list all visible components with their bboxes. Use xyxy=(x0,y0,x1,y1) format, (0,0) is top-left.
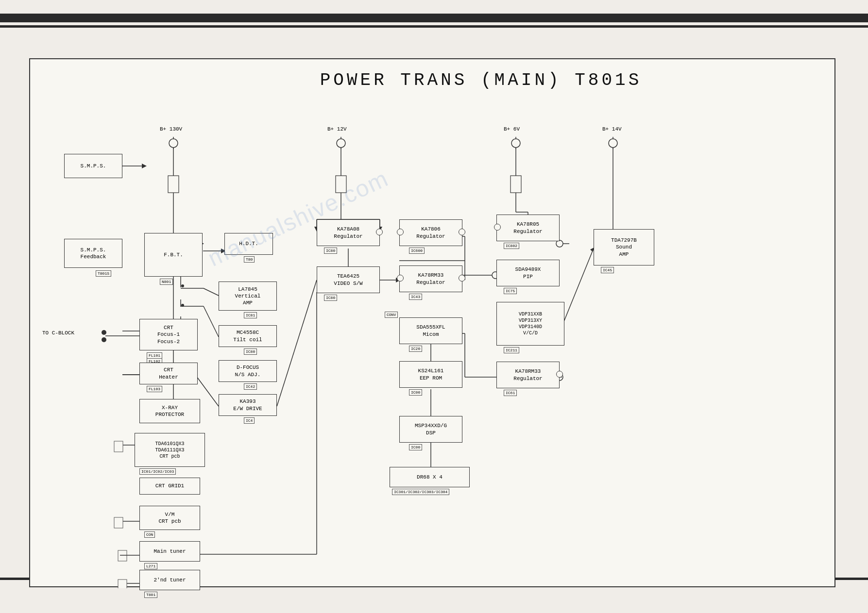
ks24l161-tag: IC00 xyxy=(409,389,422,396)
ka78r05-label: KA78R05 Regulator xyxy=(513,221,542,235)
top-bar-thick xyxy=(0,14,868,22)
power-label-6v: B+ 6V xyxy=(504,126,520,132)
ka78rm33-2-tag: IC61 xyxy=(504,390,517,396)
fbt-block: F.B.T. xyxy=(144,233,203,277)
sda555xfl-top-tag: CONV xyxy=(385,312,398,318)
ka78rm33-2-right-connector xyxy=(556,371,563,378)
hdt-tag: T80 xyxy=(244,256,255,263)
la7845-label: LA7845 Vertical AMP xyxy=(235,286,261,307)
tuner2-block: 2'nd tuner xyxy=(139,570,200,590)
ka78rm33-2-label: KA78RM33 Regulator xyxy=(513,368,542,382)
sda555xfl-block: SDA555XFL Micom xyxy=(399,317,462,344)
ka78a08-label: KA78A08 Regulator xyxy=(334,226,362,240)
svg-rect-7 xyxy=(168,176,179,193)
vm-crt-tag: CON xyxy=(144,531,155,538)
ka78a08-block: KA78A08 Regulator xyxy=(317,219,380,246)
ka393-label: KA393 E/W DRIVE xyxy=(233,398,262,412)
vm-crt-block: V/M CRT pcb xyxy=(139,506,200,530)
dram-block: DR68 X 4 xyxy=(390,467,470,487)
title-text: POWER TRANS (MAIN) T801S xyxy=(320,70,642,90)
svg-line-42 xyxy=(204,306,219,337)
tda-crt-label: TDA6101QX3 TDA6111QX3 CRT pcb xyxy=(155,441,184,460)
ka7806-label: KA7806 Regulator xyxy=(416,226,445,240)
main-tuner-label: Main tuner xyxy=(153,548,186,555)
svg-point-5 xyxy=(169,139,178,148)
page: manualshive.com xyxy=(0,0,868,613)
svg-rect-13 xyxy=(336,176,346,193)
xray-block: X-RAY PROTECTOR xyxy=(139,399,200,423)
svg-rect-85 xyxy=(118,550,127,561)
la7845-tag: IC81 xyxy=(244,312,257,318)
d-focus-tag: IC42 xyxy=(244,383,257,390)
svg-line-40 xyxy=(204,288,219,296)
ka78rm33-1-block: KA78RM33 Regulator xyxy=(399,265,462,292)
diagram-title: POWER TRANS (MAIN) T801S xyxy=(137,63,825,97)
ks24l161-block: KS24L161 EEP ROM xyxy=(399,361,462,388)
svg-point-11 xyxy=(337,139,345,148)
ka78rm33-2-block: KA78RM33 Regulator xyxy=(496,362,560,388)
svg-point-37 xyxy=(181,304,184,307)
d-focus-label: D-FOCUS N/S ADJ. xyxy=(235,364,261,378)
to-cblock-label: TO C-BLOCK xyxy=(42,330,74,336)
crt-grid1-block: CRT GRID1 xyxy=(139,478,200,495)
tuner2-label: 2'nd tuner xyxy=(153,577,186,583)
crt-heater-block: CRT Heater xyxy=(139,363,198,384)
mc4558c-tag: IC80 xyxy=(244,348,257,355)
mc4558c-block: MC4558C Tilt coil xyxy=(219,325,277,347)
top-bar-thin xyxy=(0,25,868,28)
dram-tag: IC301/IC302/IC303/IC304 xyxy=(392,489,449,495)
svg-point-35 xyxy=(181,284,184,287)
d-focus-block: D-FOCUS N/S ADJ. xyxy=(219,360,277,382)
tea6425-block: TEA6425 VIDEO S/W xyxy=(317,266,380,293)
ka78r05-tag: IC802 xyxy=(504,243,519,249)
vdp31xxb-label: VDP31XXB VDP313XY VDP3140D V/C/D xyxy=(519,311,542,336)
watermark: manualshive.com xyxy=(204,165,392,271)
power-label-12v: B+ 12V xyxy=(327,126,347,132)
ka78r05-block: KA78R05 Regulator xyxy=(496,215,560,241)
vm-crt-label: V/M CRT pcb xyxy=(158,511,181,525)
ka78rm33-1-left-connector xyxy=(397,275,404,282)
main-diagram-border: manualshive.com xyxy=(29,58,835,587)
sda555xfl-label: SDA555XFL Micom xyxy=(416,324,445,338)
ka393-block: KA393 E/W DRIVE xyxy=(219,394,277,416)
smps-feedback-tag: T801S xyxy=(96,270,111,277)
svg-point-21 xyxy=(511,139,520,148)
tda7297b-tag: IC45 xyxy=(601,267,614,273)
ka78rm33-1-tag: IC43 xyxy=(409,294,422,300)
fbt-tag: N801 xyxy=(160,279,173,285)
smps-block: S.M.P.S. xyxy=(64,154,122,178)
svg-rect-80 xyxy=(114,441,123,452)
ka78r05-left-connector xyxy=(494,224,501,231)
xray-label: X-RAY PROTECTOR xyxy=(155,404,184,418)
svg-rect-23 xyxy=(511,176,521,193)
svg-rect-82 xyxy=(114,517,123,528)
smps-feedback-label: S.M.P.S. Feedback xyxy=(81,247,106,261)
power-label-14v: B+ 14V xyxy=(602,126,622,132)
hdt-label: H.D.T. xyxy=(239,240,258,247)
svg-point-28 xyxy=(609,139,617,148)
ka7806-tag: IC600 xyxy=(409,248,425,254)
mc4558c-label: MC4558C Tilt coil xyxy=(233,329,262,343)
tea6425-tag: IC80 xyxy=(324,295,337,301)
ka7806-left-connector xyxy=(397,229,404,235)
svg-marker-1 xyxy=(142,164,147,168)
svg-point-46 xyxy=(102,330,106,335)
ka7806-block: KA7806 Regulator xyxy=(399,219,462,246)
vdp31xxb-tag: IC211 xyxy=(504,347,519,353)
main-tuner-block: Main tuner xyxy=(139,541,200,562)
ka393-tag: IC4 xyxy=(244,417,255,424)
crt-grid1-label: CRT GRID1 xyxy=(155,482,184,489)
tuner2-tag: T801 xyxy=(144,592,157,598)
ka78a08-right-connector xyxy=(376,229,383,235)
fbt-label: F.B.T. xyxy=(164,251,183,258)
msp34xxd-block: MSP34XXD/G DSP xyxy=(399,416,462,443)
svg-point-47 xyxy=(102,337,106,342)
crt-focus-block: CRT Focus-1 Focus-2 xyxy=(139,319,198,350)
svg-line-67 xyxy=(562,249,594,326)
tda7297b-label: TDA7297B Sound AMP xyxy=(611,237,637,258)
power-label-130v: B+ 130V xyxy=(160,126,182,132)
smps-label: S.M.P.S. xyxy=(81,163,106,169)
dram-label: DR68 X 4 xyxy=(417,474,443,480)
tea6425-label: TEA6425 VIDEO S/W xyxy=(334,273,362,287)
ka78rm33-1-right-connector xyxy=(459,275,465,282)
